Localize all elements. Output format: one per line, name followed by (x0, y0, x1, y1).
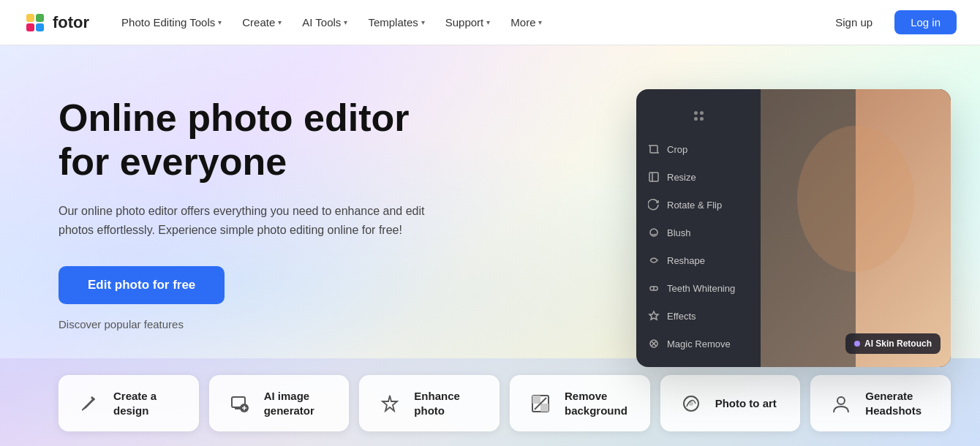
chevron-down-icon: ▾ (421, 18, 425, 26)
teeth-icon (648, 282, 660, 294)
feature-remove-background[interactable]: Remove background (510, 375, 650, 431)
sidebar-item-crop[interactable]: Crop (636, 136, 761, 162)
hero-subtitle: Our online photo editor offers everythin… (59, 202, 439, 241)
ai-image-generator-icon (226, 390, 254, 417)
ai-badge-indicator (854, 341, 860, 347)
cta-button[interactable]: Edit photo for free (59, 266, 225, 304)
effects-icon (648, 310, 660, 322)
svg-rect-2 (36, 14, 44, 22)
blush-icon (648, 227, 660, 238)
login-button[interactable]: Log in (894, 10, 957, 34)
svg-rect-3 (26, 23, 34, 31)
nav-item-more[interactable]: More ▾ (502, 12, 551, 33)
ai-skin-retouch-badge: AI Skin Retouch (845, 333, 941, 354)
feature-photo-to-art[interactable]: Photo to art (660, 375, 801, 431)
svg-rect-8 (649, 173, 658, 181)
svg-rect-0 (23, 11, 47, 34)
hero-content: Online photo editor for everyone Our onl… (0, 45, 483, 304)
hero-title: Online photo editor for everyone (59, 97, 439, 184)
create-design-icon (75, 390, 103, 417)
sidebar-item-resize[interactable]: Resize (636, 164, 761, 190)
nav-item-ai-tools[interactable]: AI Tools ▾ (293, 12, 356, 33)
feature-generate-headshots[interactable]: Generate Headshots (810, 375, 951, 431)
nav-links: Photo Editing Tools ▾ Create ▾ AI Tools … (113, 12, 822, 33)
features-row: Create a design AI image generator E (59, 375, 951, 431)
svg-rect-1 (26, 14, 34, 22)
svg-rect-25 (540, 404, 549, 412)
nav-item-support[interactable]: Support ▾ (437, 12, 500, 33)
logo-text: fotor (53, 13, 89, 32)
sidebar-item-teeth-whitening[interactable]: Teeth Whitening (636, 275, 761, 301)
magic-remove-icon (648, 338, 660, 349)
feature-label-remove-background: Remove background (565, 389, 633, 417)
feature-enhance-photo[interactable]: Enhance photo (359, 375, 500, 431)
remove-background-icon (527, 390, 554, 417)
svg-rect-24 (532, 396, 540, 404)
svg-rect-4 (36, 23, 44, 31)
sidebar-item-reshape[interactable]: Reshape (636, 247, 761, 273)
svg-marker-22 (382, 396, 397, 411)
discover-label: Discover popular features (59, 318, 184, 330)
sidebar-item-blush[interactable]: Blush (636, 219, 761, 246)
sidebar-item-magic-remove[interactable]: Magic Remove (636, 330, 761, 357)
feature-label-ai-image-generator: AI image generator (264, 389, 333, 417)
chevron-down-icon: ▾ (278, 18, 282, 26)
generate-headshots-icon (827, 390, 855, 417)
photo-to-art-icon (677, 390, 705, 417)
enhance-photo-icon (376, 390, 404, 417)
nav-item-photo-editing-tools[interactable]: Photo Editing Tools ▾ (113, 12, 230, 33)
nav-actions: Sign up Log in (822, 10, 957, 34)
feature-label-generate-headshots: Generate Headshots (865, 389, 934, 417)
signup-button[interactable]: Sign up (822, 10, 886, 34)
logo[interactable]: fotor (23, 11, 89, 34)
nav-item-templates[interactable]: Templates ▾ (359, 12, 433, 33)
rotate-icon (648, 199, 660, 211)
chevron-down-icon: ▾ (344, 18, 347, 26)
chevron-down-icon: ▾ (538, 18, 542, 26)
svg-rect-5 (650, 145, 657, 153)
nav-item-create[interactable]: Create ▾ (233, 12, 290, 33)
feature-ai-image-generator[interactable]: AI image generator (209, 375, 350, 431)
editor-sidebar: Crop Resize Rotate & Flip Blush Reshape … (636, 89, 761, 367)
feature-label-photo-to-art: Photo to art (715, 396, 777, 411)
chevron-down-icon: ▾ (218, 18, 222, 26)
crop-icon (648, 143, 660, 155)
editor-preview: Crop Resize Rotate & Flip Blush Reshape … (636, 89, 951, 367)
feature-label-create-design: Create a design (113, 389, 182, 417)
hero-section: Online photo editor for everyone Our onl… (0, 45, 980, 446)
reshape-icon (648, 254, 660, 266)
sidebar-grid-icon (685, 104, 712, 127)
face-overlay (761, 89, 951, 367)
chevron-down-icon: ▾ (486, 18, 490, 26)
svg-point-29 (837, 397, 845, 404)
editor-main: AI Skin Retouch (761, 89, 951, 367)
navbar: fotor Photo Editing Tools ▾ Create ▾ AI … (0, 0, 980, 45)
sidebar-item-effects[interactable]: Effects (636, 303, 761, 329)
svg-point-28 (689, 401, 693, 406)
sidebar-item-rotate[interactable]: Rotate & Flip (636, 192, 761, 218)
logo-icon (23, 11, 47, 34)
feature-label-enhance-photo: Enhance photo (414, 389, 483, 417)
feature-create-design[interactable]: Create a design (59, 375, 199, 431)
resize-icon (648, 171, 660, 183)
svg-marker-13 (649, 311, 658, 320)
